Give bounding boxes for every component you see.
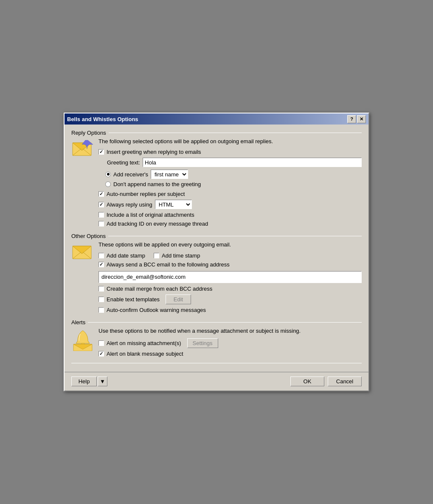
auto-confirm-label: Auto-confirm Outlook warning messages (107, 307, 206, 313)
bcc-email-input[interactable] (98, 271, 362, 283)
other-envelope-icon (72, 243, 94, 261)
enable-text-templates-row: Enable text templates Edit (98, 294, 362, 304)
auto-number-row: Auto-number replies per subject (98, 191, 362, 197)
reply-options-icon (71, 139, 94, 158)
reply-format-dropdown[interactable]: HTML Plain Text (155, 200, 192, 209)
help-arrow-button[interactable]: ▼ (98, 377, 107, 386)
reply-options-desc: The following selected options will be a… (98, 138, 362, 145)
insert-greeting-label: Insert greeting when replying to emails (107, 149, 201, 155)
always-bcc-checkbox[interactable] (98, 262, 104, 267)
add-time-stamp-label: Add time stamp (162, 252, 200, 259)
create-mail-merge-checkbox[interactable] (98, 286, 104, 292)
enable-text-templates-label: Enable text templates (107, 296, 160, 303)
always-reply-label: Always reply using (107, 201, 152, 208)
other-options-desc: These options will be applied on every o… (98, 241, 362, 249)
reply-envelope-icon (72, 139, 94, 158)
enable-text-templates-checkbox[interactable] (98, 297, 104, 302)
greeting-text-input[interactable] (143, 158, 362, 167)
other-options-fields: These options will be applied on every o… (98, 241, 362, 315)
dont-append-radio[interactable] (105, 181, 111, 187)
other-options-divider (108, 236, 362, 236)
add-tracking-row: Add tracking ID on every message thread (98, 221, 362, 227)
alerts-bell-icon (72, 329, 94, 351)
alert-blank-row: Alert on blank message subject (98, 351, 362, 357)
other-options-label: Other Options (71, 233, 108, 239)
greeting-text-label: Greeting text: (107, 159, 140, 166)
dialog-window: Bells and Whistles Options ? ✕ Reply Opt… (64, 113, 369, 391)
dont-append-row: Don't append names to the greeting (105, 181, 362, 187)
other-options-icon (71, 243, 94, 261)
ok-button[interactable]: OK (290, 377, 324, 386)
auto-number-checkbox[interactable] (98, 191, 104, 197)
add-receivers-label: Add receiver's (113, 171, 148, 178)
alert-missing-label: Alert on missing attachment(s) (107, 340, 181, 346)
always-reply-row: Always reply using HTML Plain Text (98, 200, 362, 209)
alerts-content: Use these options to be notified when a … (71, 327, 362, 360)
settings-button[interactable]: Settings (187, 338, 218, 348)
add-tracking-label: Add tracking ID on every message thread (107, 221, 208, 227)
reply-options-fields: The following selected options will be a… (98, 138, 362, 229)
auto-number-label: Auto-number replies per subject (107, 191, 185, 197)
alerts-fields: Use these options to be notified when a … (98, 327, 362, 360)
dialog-body: Reply Options The foll (65, 125, 368, 372)
add-receivers-radio[interactable] (105, 172, 111, 177)
auto-confirm-row: Auto-confirm Outlook warning messages (98, 307, 362, 313)
create-mail-merge-label: Create mail merge from each BCC address (107, 286, 212, 292)
help-button[interactable]: Help (71, 377, 97, 386)
reply-options-label: Reply Options (71, 130, 109, 136)
alerts-divider (88, 322, 362, 323)
reply-options-content: The following selected options will be a… (71, 138, 362, 229)
always-reply-checkbox[interactable] (98, 202, 104, 207)
alert-missing-checkbox[interactable] (98, 340, 104, 346)
other-options-content: These options will be applied on every o… (71, 241, 362, 315)
auto-confirm-checkbox[interactable] (98, 307, 104, 313)
create-mail-merge-row: Create mail merge from each BCC address (98, 286, 362, 292)
always-bcc-row: Always send a BCC email to the following… (98, 261, 362, 268)
include-attachments-row: Include a list of original attachments (98, 212, 362, 218)
reply-options-divider (109, 133, 362, 133)
title-bar-buttons: ? ✕ (347, 115, 366, 123)
add-tracking-checkbox[interactable] (98, 221, 104, 227)
name-radio-group: Add receiver's first name last name full… (105, 170, 362, 187)
cancel-button[interactable]: Cancel (328, 377, 362, 386)
greeting-text-row: Greeting text: (107, 158, 362, 167)
add-date-stamp-label: Add date stamp (107, 252, 145, 259)
close-title-button[interactable]: ✕ (357, 115, 366, 123)
alerts-label: Alerts (71, 319, 88, 326)
bottom-divider (71, 363, 362, 363)
dont-append-label: Don't append names to the greeting (113, 181, 201, 187)
alert-missing-row: Alert on missing attachment(s) Settings (98, 338, 362, 348)
alert-blank-checkbox[interactable] (98, 351, 104, 357)
alert-blank-label: Alert on blank message subject (107, 351, 183, 357)
title-bar: Bells and Whistles Options ? ✕ (65, 113, 368, 125)
include-attachments-checkbox[interactable] (98, 212, 104, 218)
alerts-header: Alerts (71, 319, 362, 326)
reply-options-header: Reply Options (71, 130, 362, 136)
add-time-stamp-checkbox[interactable] (154, 253, 159, 258)
add-date-stamp-checkbox[interactable] (98, 253, 104, 258)
always-bcc-label: Always send a BCC email to the following… (107, 261, 230, 268)
edit-button[interactable]: Edit (166, 294, 191, 304)
date-time-row: Add date stamp Add time stamp (98, 252, 362, 259)
alerts-icon (71, 329, 94, 351)
include-attachments-label: Include a list of original attachments (107, 212, 194, 218)
bottom-bar: Help ▼ OK Cancel (65, 372, 368, 391)
insert-greeting-row: Insert greeting when replying to emails (98, 149, 362, 155)
add-receivers-row: Add receiver's first name last name full… (105, 170, 362, 179)
name-dropdown[interactable]: first name last name full name (151, 170, 188, 179)
dialog-title: Bells and Whistles Options (67, 116, 138, 122)
other-options-header: Other Options (71, 233, 362, 239)
dialog-action-buttons: OK Cancel (290, 377, 362, 386)
help-title-button[interactable]: ? (347, 115, 356, 123)
alerts-desc: Use these options to be notified when a … (98, 327, 362, 335)
help-area: Help ▼ (71, 377, 107, 386)
insert-greeting-checkbox[interactable] (98, 149, 104, 155)
